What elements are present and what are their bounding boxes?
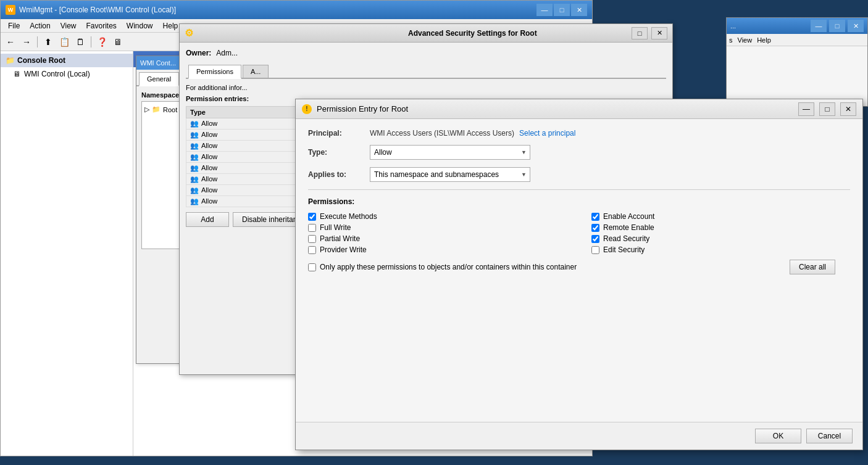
- mmc-max-btn[interactable]: □: [554, 4, 570, 16]
- bg-window-title: ... — □ ✕: [727, 18, 867, 34]
- bg-menu-help[interactable]: Help: [757, 36, 771, 44]
- menu-view[interactable]: View: [56, 20, 81, 31]
- permentry-body: Principal: WMI Access Users (ISL\WMI Acc…: [296, 119, 862, 422]
- mmc-sidebar: 📁 Console Root 🖥 WMI Control (Local): [1, 51, 133, 456]
- advsec-min-btn[interactable]: □: [632, 27, 648, 39]
- folder-icon: 📁: [152, 105, 161, 113]
- advsec-tab-perms[interactable]: Permissions: [188, 65, 241, 79]
- type-dropdown[interactable]: Allow: [370, 145, 530, 160]
- label-enable_account: Enable Account: [603, 212, 654, 221]
- clear-all-btn[interactable]: Clear all: [790, 260, 835, 274]
- only-apply-label: Only apply these permissions to objects …: [320, 263, 577, 271]
- mmc-title-bar: W WmiMgmt - [Console Root\WMI Control (L…: [1, 1, 592, 19]
- mmc-title-controls: — □ ✕: [536, 4, 587, 16]
- advsec-icon: ⚙: [185, 27, 404, 39]
- perm-check-item-execute_methods: Execute Methods: [308, 212, 567, 221]
- label-partial_write: Partial Write: [320, 234, 360, 243]
- mmc-title-text: WmiMgmt - [Console Root\WMI Control (Loc…: [19, 6, 533, 14]
- permentry-footer: OK Cancel: [296, 422, 862, 450]
- perm-row-icon: 👥: [190, 175, 199, 183]
- checkbox-full_write[interactable]: [308, 224, 316, 232]
- only-apply-checkbox[interactable]: [308, 263, 316, 271]
- tab-general[interactable]: General: [139, 72, 179, 86]
- advsec-title-text: Advanced Security Settings for Root: [408, 29, 628, 38]
- type-row: Type: Allow: [308, 145, 850, 160]
- mmc-app-icon: W: [6, 5, 15, 15]
- principal-value: WMI Access Users (ISL\WMI Access Users): [370, 129, 514, 138]
- cancel-btn[interactable]: Cancel: [806, 429, 853, 443]
- console-root-icon: 📁: [6, 56, 15, 65]
- console-root-label: Console Root: [17, 56, 65, 65]
- checkbox-execute_methods[interactable]: [308, 213, 316, 221]
- permentry-min-btn[interactable]: —: [798, 102, 814, 116]
- toolbar-sep-2: [91, 36, 91, 47]
- perm-row-icon: 👥: [190, 142, 199, 149]
- mmc-close-btn[interactable]: ✕: [571, 4, 587, 16]
- bg-window-menu: s View Help: [727, 34, 867, 46]
- bg-win-min-btn[interactable]: —: [811, 20, 827, 32]
- perm-row-icon: 👥: [190, 153, 199, 160]
- principal-label: Principal:: [308, 129, 370, 138]
- checkbox-enable_account[interactable]: [591, 213, 599, 221]
- advsec-tab-a[interactable]: A...: [243, 65, 269, 78]
- toolbar-copy-btn[interactable]: 📋: [57, 35, 72, 49]
- type-label: Type:: [308, 148, 370, 157]
- wmi-icon: 🖥: [13, 70, 20, 78]
- owner-value: Adm...: [216, 49, 238, 57]
- applies-label: Applies to:: [308, 170, 370, 179]
- toolbar-screen-btn[interactable]: 🖥: [111, 35, 125, 49]
- expand-icon: ▷: [144, 105, 149, 113]
- menu-favorites[interactable]: Favorites: [81, 20, 122, 31]
- select-principal-link[interactable]: Select a principal: [519, 129, 575, 138]
- only-apply-row: Only apply these permissions to objects …: [308, 263, 850, 271]
- ok-btn[interactable]: OK: [755, 429, 801, 443]
- label-execute_methods: Execute Methods: [320, 212, 377, 221]
- menu-file[interactable]: File: [3, 20, 25, 31]
- bg-win-max-btn[interactable]: □: [829, 20, 845, 32]
- advsec-title-bar: ⚙ Advanced Security Settings for Root □ …: [180, 24, 672, 43]
- additional-info: For additional infor...: [186, 84, 666, 91]
- advsec-tabs: Permissions A...: [186, 62, 666, 79]
- checkbox-partial_write[interactable]: [308, 235, 316, 243]
- perm-row-icon: 👥: [190, 120, 199, 127]
- perm-row-icon: 👥: [190, 131, 199, 138]
- applies-row: Applies to: This namespace and subnamesp…: [308, 167, 850, 182]
- add-btn[interactable]: Add: [186, 212, 229, 227]
- toolbar-paste-btn[interactable]: 🗒: [73, 35, 88, 49]
- sidebar-header: 📁 Console Root: [1, 54, 133, 67]
- menu-action[interactable]: Action: [25, 20, 55, 31]
- perm-row-icon: 👥: [190, 164, 199, 171]
- checkbox-remote_enable[interactable]: [591, 224, 599, 232]
- type-dropdown-wrap: Allow: [370, 145, 530, 160]
- permentry-close-btn[interactable]: ✕: [840, 102, 856, 116]
- permentry-max-btn[interactable]: □: [819, 102, 835, 116]
- wmictrl-title-text: WMI Cont...: [140, 59, 176, 67]
- perm-check-item-enable_account: Enable Account: [591, 212, 850, 221]
- label-read_security: Read Security: [603, 234, 649, 243]
- principal-row: Principal: WMI Access Users (ISL\WMI Acc…: [308, 129, 850, 138]
- permentry-title-bar: ! Permission Entry for Root — □ ✕: [296, 99, 862, 119]
- label-edit_security: Edit Security: [603, 245, 645, 254]
- advsec-close-btn[interactable]: ✕: [651, 27, 667, 39]
- perm-row-icon: 👥: [190, 197, 199, 205]
- sidebar-item-wmi[interactable]: 🖥 WMI Control (Local): [1, 67, 133, 81]
- bg-win-close-btn[interactable]: ✕: [848, 20, 864, 32]
- toolbar-forward-btn[interactable]: →: [19, 35, 34, 49]
- mmc-min-btn[interactable]: —: [536, 4, 553, 16]
- toolbar-up-btn[interactable]: ⬆: [41, 35, 56, 49]
- checkbox-provider_write[interactable]: [308, 246, 316, 254]
- checkbox-edit_security[interactable]: [591, 246, 599, 254]
- toolbar-back-btn[interactable]: ←: [3, 35, 18, 49]
- checkbox-read_security[interactable]: [591, 235, 599, 243]
- bg-menu-s[interactable]: s: [729, 36, 733, 44]
- permentry-window: ! Permission Entry for Root — □ ✕ Princi…: [295, 99, 863, 450]
- toolbar-help-btn[interactable]: ❓: [94, 35, 109, 49]
- sidebar-wmi-label: WMI Control (Local): [24, 70, 90, 78]
- applies-dropdown[interactable]: This namespace and subnamespaces: [370, 167, 530, 182]
- perm-check-item-partial_write: Partial Write: [308, 234, 567, 243]
- bg-menu-view[interactable]: View: [738, 36, 753, 44]
- permissions-grid: Execute Methods Enable Account Full Writ…: [308, 212, 850, 254]
- label-remote_enable: Remote Enable: [603, 223, 654, 232]
- menu-window[interactable]: Window: [122, 20, 158, 31]
- permentry-title-text: Permission Entry for Root: [317, 104, 793, 113]
